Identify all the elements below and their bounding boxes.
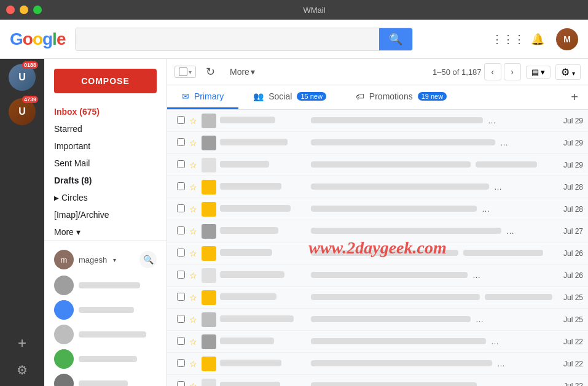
sidebar-item-circles[interactable]: ▶ Circles <box>44 189 167 206</box>
sidebar-item-important[interactable]: Important <box>44 137 167 155</box>
email-cb-input-13[interactable] <box>177 381 185 387</box>
email-checkbox-2[interactable] <box>177 137 189 149</box>
email-star-12[interactable]: ☆ <box>189 359 202 369</box>
email-checkbox-3[interactable] <box>177 160 189 171</box>
maximize-button[interactable] <box>33 6 42 14</box>
search-button[interactable]: 🔍 <box>379 28 412 50</box>
email-checkbox-4[interactable] <box>177 182 189 193</box>
email-checkbox-13[interactable] <box>177 380 189 387</box>
contact-name-5 <box>79 380 128 386</box>
add-tab-button[interactable]: + <box>561 85 588 109</box>
search-bar[interactable]: 🔍 <box>75 28 413 51</box>
bell-icon: 🔔 <box>531 33 544 46</box>
email-cb-input-2[interactable] <box>177 138 185 146</box>
email-row[interactable]: ☆ Jul 29 <box>167 110 588 132</box>
email-date-13: Jul 22 <box>552 382 583 387</box>
email-checkbox-12[interactable] <box>177 358 189 369</box>
contact-item-2[interactable] <box>49 298 162 322</box>
email-star-5[interactable]: ☆ <box>189 204 202 214</box>
sidebar-item-more[interactable]: More ▾ <box>44 223 167 241</box>
email-cb-input-8[interactable] <box>177 271 185 279</box>
email-star-6[interactable]: ☆ <box>189 226 202 236</box>
email-cb-input-6[interactable] <box>177 226 185 234</box>
close-button[interactable] <box>6 6 15 14</box>
email-row[interactable]: ☆ Jul 29 <box>167 132 588 154</box>
select-checkbox[interactable]: ▾ <box>174 66 196 78</box>
prev-page-button[interactable]: ‹ <box>484 63 501 80</box>
email-star-13[interactable]: ☆ <box>189 381 202 387</box>
email-star-3[interactable]: ☆ <box>189 160 202 170</box>
email-star-8[interactable]: ☆ <box>189 271 202 280</box>
contacts-search-button[interactable]: 🔍 <box>139 251 157 268</box>
more-button[interactable]: More ▾ <box>225 64 260 79</box>
contact-item-4[interactable] <box>49 347 162 371</box>
sidebar-item-imap[interactable]: [Imap]/Archive <box>44 206 167 223</box>
email-cb-input-9[interactable] <box>177 293 185 301</box>
view-toggle-button[interactable]: ▤ ▾ <box>526 66 551 79</box>
email-row[interactable]: ☆ Jul 22 <box>167 353 588 375</box>
email-star-4[interactable]: ☆ <box>189 182 202 192</box>
email-cb-input-5[interactable] <box>177 204 185 212</box>
email-row[interactable]: ☆ Jul 28 <box>167 176 588 198</box>
email-star-11[interactable]: ☆ <box>189 337 202 347</box>
email-row[interactable]: ☆ Jul 25 <box>167 309 588 331</box>
email-checkbox-1[interactable] <box>177 115 189 126</box>
email-cb-input-1[interactable] <box>177 116 185 124</box>
add-account-button[interactable]: + <box>11 332 33 354</box>
settings-button-left[interactable]: ⚙ <box>11 359 33 381</box>
more-label: More <box>230 67 249 77</box>
email-cb-input-11[interactable] <box>177 337 185 345</box>
email-row[interactable]: ☆ Jul 27 <box>167 220 588 242</box>
sidebar-item-sent[interactable]: Sent Mail <box>44 155 167 172</box>
email-cb-input-12[interactable] <box>177 359 185 367</box>
tab-social[interactable]: 👥 Social 15 new <box>238 85 341 109</box>
email-star-10[interactable]: ☆ <box>189 315 202 325</box>
email-row[interactable]: ☆ Jul 25 <box>167 287 588 309</box>
email-cb-input-4[interactable] <box>177 182 185 190</box>
next-page-button[interactable]: › <box>504 63 521 80</box>
email-star-7[interactable]: ☆ <box>189 249 202 258</box>
email-row[interactable]: ☆ Jul 22 <box>167 331 588 353</box>
promo-icon: 🏷 <box>356 91 364 101</box>
email-checkbox-5[interactable] <box>177 204 189 215</box>
refresh-button[interactable]: ↻ <box>201 63 220 81</box>
contact-name-4 <box>79 356 137 362</box>
user-avatar-2[interactable]: U 4739 <box>9 98 36 125</box>
contact-item-3[interactable] <box>49 322 162 347</box>
user-avatar-1[interactable]: U 0188 <box>9 64 36 91</box>
apps-button[interactable]: ⋮⋮⋮ <box>497 28 519 50</box>
email-cb-input-10[interactable] <box>177 315 185 323</box>
sidebar-item-starred[interactable]: Starred <box>44 120 167 137</box>
search-input[interactable] <box>76 28 379 50</box>
my-contact-item[interactable]: m magesh ▾ <box>54 249 116 271</box>
email-checkbox-9[interactable] <box>177 292 189 303</box>
account-avatar[interactable]: M <box>556 28 578 50</box>
important-label: Important <box>54 141 90 151</box>
contact-item-1[interactable] <box>49 273 162 298</box>
compose-button[interactable]: COMPOSE <box>54 69 157 93</box>
email-row[interactable]: ☆ Jul 26 <box>167 264 588 287</box>
tab-primary[interactable]: ✉ Primary <box>167 85 238 109</box>
contact-item-5[interactable] <box>49 371 162 386</box>
minimize-button[interactable] <box>20 6 28 14</box>
sidebar-item-drafts[interactable]: Drafts (8) <box>44 172 167 189</box>
email-date-11: Jul 22 <box>552 338 583 346</box>
settings-dropdown-button[interactable]: ⚙ ▾ <box>555 64 581 80</box>
email-checkbox-10[interactable] <box>177 314 189 325</box>
email-row[interactable]: ☆ Jul 22 <box>167 375 588 386</box>
email-row[interactable]: ☆ Jul 26 <box>167 242 588 264</box>
notifications-button[interactable]: 🔔 <box>527 28 549 50</box>
email-star-9[interactable]: ☆ <box>189 293 202 303</box>
sidebar-item-inbox[interactable]: Inbox (675) <box>44 103 167 120</box>
email-row[interactable]: ☆ Jul 28 <box>167 198 588 220</box>
tab-promotions[interactable]: 🏷 Promotions 19 new <box>341 85 461 109</box>
email-checkbox-11[interactable] <box>177 336 189 347</box>
email-star-2[interactable]: ☆ <box>189 138 202 148</box>
email-checkbox-6[interactable] <box>177 226 189 237</box>
email-row[interactable]: ☆ Jul 29 <box>167 154 588 176</box>
email-star-1[interactable]: ☆ <box>189 116 202 126</box>
email-cb-input-7[interactable] <box>177 249 185 257</box>
email-checkbox-8[interactable] <box>177 270 189 281</box>
email-cb-input-3[interactable] <box>177 160 185 168</box>
email-checkbox-7[interactable] <box>177 248 189 259</box>
